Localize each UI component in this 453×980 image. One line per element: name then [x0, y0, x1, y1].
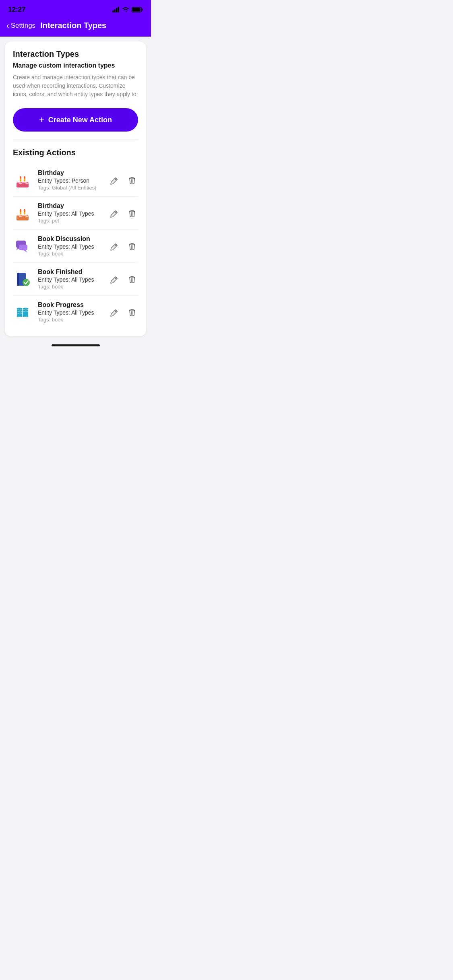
back-chevron-icon: ‹: [6, 21, 9, 30]
list-item: Book Discussion Entity Types: All Types …: [13, 229, 138, 262]
pencil-icon: [110, 308, 119, 317]
action-buttons: [108, 174, 138, 186]
action-tags: Tags: book: [38, 284, 103, 290]
birthday-person-icon: [13, 171, 32, 190]
action-name: Birthday: [38, 169, 103, 177]
edit-book-discussion-button[interactable]: [108, 240, 120, 252]
signal-icon: [112, 7, 120, 12]
action-buttons: [108, 306, 138, 318]
wifi-icon: [122, 7, 129, 12]
edit-book-finished-button[interactable]: [108, 273, 120, 285]
status-icons: [112, 7, 143, 12]
main-content: Interaction Types Manage custom interact…: [0, 37, 151, 341]
trash-icon: [128, 308, 137, 317]
action-name: Birthday: [38, 202, 103, 210]
action-tags: Tags: book: [38, 251, 103, 257]
action-entity: Entity Types: All Types: [38, 210, 103, 217]
card-subtitle: Manage custom interaction types: [13, 62, 138, 69]
action-name: Book Progress: [38, 301, 103, 309]
home-indicator: [0, 341, 151, 348]
pencil-icon: [110, 209, 119, 218]
pencil-icon: [110, 275, 119, 284]
svg-point-16: [24, 209, 25, 212]
edit-birthday-person-button[interactable]: [108, 174, 120, 186]
delete-book-progress-button[interactable]: [126, 306, 138, 318]
svg-rect-5: [132, 8, 141, 12]
birthday-all-icon: [13, 204, 32, 223]
action-entity: Entity Types: All Types: [38, 243, 103, 250]
delete-birthday-all-button[interactable]: [126, 207, 138, 219]
list-item: Book Progress Entity Types: All Types Ta…: [13, 295, 138, 328]
action-list: Birthday Entity Types: Person Tags: Glob…: [13, 164, 138, 328]
pencil-icon: [110, 176, 119, 185]
svg-point-15: [20, 209, 21, 212]
trash-icon: [128, 176, 137, 185]
delete-book-discussion-button[interactable]: [126, 240, 138, 252]
back-button[interactable]: ‹ Settings: [6, 21, 35, 30]
create-btn-label: Create New Action: [48, 116, 112, 124]
trash-icon: [128, 275, 137, 284]
edit-book-progress-button[interactable]: [108, 306, 120, 318]
pencil-icon: [110, 242, 119, 251]
page-title: Interaction Types: [40, 21, 106, 30]
divider: [13, 140, 138, 140]
status-bar: 12:27: [0, 0, 151, 18]
svg-point-11: [24, 176, 25, 179]
svg-point-24: [23, 279, 30, 286]
create-new-action-button[interactable]: + Create New Action: [13, 108, 138, 132]
card-description: Create and manage interaction types that…: [13, 73, 138, 99]
trash-icon: [128, 242, 137, 251]
svg-point-10: [20, 176, 21, 179]
action-entity: Entity Types: All Types: [38, 309, 103, 316]
list-item: Birthday Entity Types: Person Tags: Glob…: [13, 164, 138, 196]
delete-birthday-person-button[interactable]: [126, 174, 138, 186]
action-name: Book Discussion: [38, 235, 103, 243]
action-info: Birthday Entity Types: All Types Tags: p…: [38, 202, 103, 224]
svg-rect-1: [114, 9, 116, 12]
svg-rect-0: [112, 10, 114, 12]
trash-icon: [128, 209, 137, 218]
action-info: Book Progress Entity Types: All Types Ta…: [38, 301, 103, 323]
action-name: Book Finished: [38, 268, 103, 276]
action-buttons: [108, 207, 138, 219]
svg-rect-19: [19, 245, 27, 250]
action-buttons: [108, 273, 138, 285]
card-title: Interaction Types: [13, 49, 138, 59]
svg-rect-6: [142, 9, 143, 11]
plus-icon: +: [39, 115, 44, 124]
action-info: Book Finished Entity Types: All Types Ta…: [38, 268, 103, 290]
book-progress-icon: [13, 303, 32, 322]
svg-marker-20: [23, 250, 27, 253]
svg-rect-23: [17, 273, 19, 286]
existing-actions-title: Existing Actions: [13, 148, 138, 157]
book-discussion-icon: [13, 237, 32, 256]
action-info: Birthday Entity Types: Person Tags: Glob…: [38, 169, 103, 191]
status-time: 12:27: [8, 6, 25, 14]
action-tags: Tags: book: [38, 317, 103, 323]
info-card: Interaction Types Manage custom interact…: [5, 41, 146, 336]
edit-birthday-all-button[interactable]: [108, 207, 120, 219]
action-info: Book Discussion Entity Types: All Types …: [38, 235, 103, 257]
back-label: Settings: [11, 22, 35, 30]
action-buttons: [108, 240, 138, 252]
battery-icon: [132, 7, 143, 12]
action-tags: Tags: pet: [38, 218, 103, 224]
book-finished-icon: [13, 270, 32, 289]
delete-book-finished-button[interactable]: [126, 273, 138, 285]
action-tags: Tags: Global (All Entities): [38, 185, 103, 191]
nav-bar: ‹ Settings Interaction Types: [0, 18, 151, 37]
svg-rect-2: [116, 8, 118, 12]
home-bar: [52, 344, 100, 346]
action-entity: Entity Types: Person: [38, 177, 103, 184]
action-entity: Entity Types: All Types: [38, 276, 103, 283]
list-item: Book Finished Entity Types: All Types Ta…: [13, 262, 138, 295]
svg-rect-3: [118, 7, 120, 12]
list-item: Birthday Entity Types: All Types Tags: p…: [13, 196, 138, 229]
